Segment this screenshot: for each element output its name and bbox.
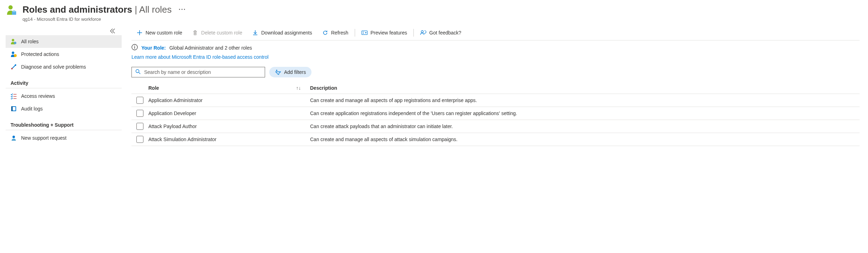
role-name: Attack Simulation Administrator [148, 137, 217, 142]
sidebar-item-all-roles[interactable]: All roles [6, 35, 122, 48]
main-content: New custom role Delete custom role Downl… [122, 25, 862, 146]
column-header-role[interactable]: Role ↑↓ [148, 85, 310, 91]
learn-more-link[interactable]: Learn more about Microsoft Entra ID role… [131, 53, 269, 65]
svg-point-0 [8, 5, 13, 10]
svg-rect-10 [11, 106, 13, 111]
svg-point-7 [15, 64, 16, 66]
person-shield-icon [11, 51, 17, 57]
sidebar-item-label: New support request [21, 135, 66, 141]
your-role-label: Your Role: [141, 45, 166, 51]
toolbar-label: Delete custom role [201, 30, 242, 36]
more-actions-button[interactable]: ··· [176, 5, 188, 15]
svg-point-5 [14, 54, 17, 57]
preview-features-button[interactable]: Preview features [356, 27, 412, 38]
title-separator: | [132, 4, 139, 15]
plus-icon [136, 30, 143, 36]
person-roles-icon [11, 38, 17, 45]
table-row[interactable]: Attack Simulation Administrator Can crea… [131, 133, 860, 146]
refresh-icon [322, 30, 328, 36]
svg-point-18 [136, 70, 139, 73]
role-description: Can create application registrations ind… [310, 110, 517, 116]
table-row[interactable]: Attack Payload Author Can create attack … [131, 120, 860, 133]
add-filters-label: Add filters [284, 69, 306, 75]
column-label: Role [148, 85, 159, 91]
preview-icon [361, 30, 368, 36]
chevron-double-left-icon [110, 28, 115, 34]
person-support-icon [11, 135, 17, 141]
toolbar-separator [413, 29, 414, 37]
sidebar-item-label: All roles [21, 39, 39, 44]
row-checkbox[interactable] [136, 110, 143, 117]
person-cube-icon [6, 4, 18, 16]
sidebar-item-label: Access reviews [21, 93, 55, 99]
checklist-icon [11, 93, 17, 99]
sidebar-item-diagnose[interactable]: Diagnose and solve problems [6, 61, 122, 73]
sidebar-section-activity: Activity [6, 73, 122, 88]
sidebar-section-troubleshoot: Troubleshooting + Support [6, 115, 122, 130]
row-checkbox[interactable] [136, 97, 143, 104]
roles-table: Role ↑↓ Description Application Administ… [131, 82, 860, 146]
role-description: Can create and manage all aspects of att… [310, 137, 457, 142]
title-main-text: Roles and administrators [22, 4, 132, 15]
svg-point-4 [12, 52, 14, 54]
toolbar-label: Refresh [331, 30, 348, 36]
filter-add-icon [275, 69, 281, 75]
filter-row: Add filters [131, 65, 860, 82]
search-input-container[interactable] [131, 67, 265, 77]
download-assignments-button[interactable]: Download assignments [247, 27, 317, 38]
role-name: Application Developer [148, 110, 196, 116]
toolbar-label: Download assignments [261, 30, 312, 36]
feedback-icon [420, 30, 426, 36]
role-description: Can create and manage all aspects of app… [310, 97, 477, 103]
column-header-description[interactable]: Description [310, 85, 860, 91]
row-checkbox[interactable] [136, 136, 143, 143]
trash-icon [192, 30, 198, 36]
toolbar-separator [355, 29, 355, 37]
command-bar: New custom role Delete custom role Downl… [131, 25, 860, 40]
sidebar-item-protected-actions[interactable]: Protected actions [6, 48, 122, 61]
sidebar-item-label: Audit logs [21, 106, 43, 112]
row-checkbox[interactable] [136, 123, 143, 130]
download-icon [252, 30, 258, 36]
sidebar-item-audit-logs[interactable]: Audit logs [6, 102, 122, 115]
role-description: Can create attack payloads that an admin… [310, 124, 453, 129]
add-filters-button[interactable]: Add filters [269, 67, 311, 77]
svg-rect-12 [362, 31, 367, 35]
sidebar: All roles Protected actions Diagnose and… [6, 25, 122, 146]
svg-rect-17 [134, 47, 135, 49]
svg-point-6 [11, 68, 13, 69]
table-row[interactable]: Application Developer Can create applica… [131, 107, 860, 120]
role-name: Application Administrator [148, 97, 202, 103]
collapse-sidebar-button[interactable] [6, 27, 122, 35]
refresh-button[interactable]: Refresh [317, 27, 353, 38]
wrench-icon [11, 64, 17, 70]
page-title: Roles and administrators | All roles [22, 4, 172, 15]
sidebar-item-label: Diagnose and solve problems [21, 64, 86, 70]
svg-point-13 [365, 32, 367, 33]
search-input[interactable] [143, 69, 261, 75]
your-role-info: Your Role: Global Administrator and 2 ot… [131, 40, 860, 53]
search-icon [135, 69, 141, 75]
toolbar-label: Got feedback? [429, 30, 461, 36]
your-role-value: Global Administrator and 2 other roles [169, 45, 252, 51]
new-custom-role-button[interactable]: New custom role [131, 27, 187, 38]
sidebar-item-new-support-request[interactable]: New support request [6, 132, 122, 144]
toolbar-label: Preview features [371, 30, 407, 36]
table-row[interactable]: Application Administrator Can create and… [131, 94, 860, 107]
sidebar-item-label: Protected actions [21, 51, 59, 57]
toolbar-label: New custom role [146, 30, 182, 36]
svg-point-14 [421, 31, 423, 33]
sort-icon[interactable]: ↑↓ [296, 85, 301, 91]
page-subtitle: qg14 - Microsoft Entra ID for workforce [22, 16, 188, 22]
book-icon [11, 106, 17, 112]
info-icon [131, 44, 138, 51]
table-header-row: Role ↑↓ Description [131, 82, 860, 94]
role-name: Attack Payload Author [148, 124, 197, 129]
got-feedback-button[interactable]: Got feedback? [415, 27, 466, 38]
column-label: Description [310, 85, 337, 91]
svg-point-11 [13, 136, 15, 138]
svg-point-2 [12, 39, 14, 42]
page-header: Roles and administrators | All roles ···… [6, 3, 862, 25]
svg-point-3 [14, 42, 17, 44]
sidebar-item-access-reviews[interactable]: Access reviews [6, 90, 122, 102]
